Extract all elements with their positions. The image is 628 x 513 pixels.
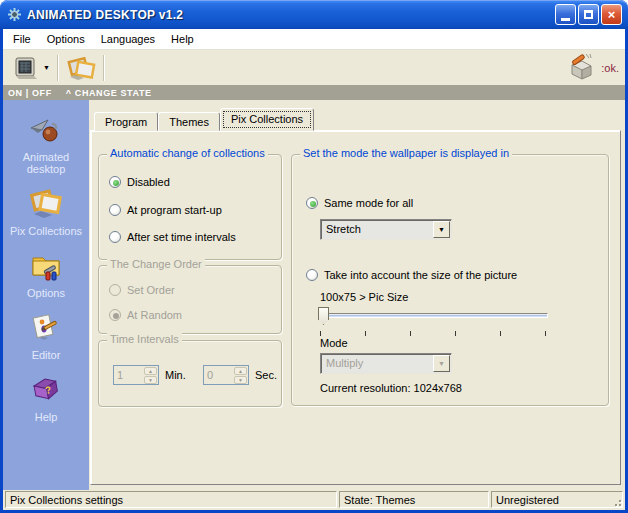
- seconds-label: Sec.: [255, 369, 277, 381]
- group-title: Set the mode the wallpaper is displayed …: [300, 147, 512, 159]
- combo-arrow-icon: ▼: [433, 355, 450, 372]
- tab-pix-collections[interactable]: Pix Collections: [220, 108, 314, 131]
- pic-size-label: 100x75 > Pic Size: [320, 291, 408, 303]
- editor-icon: [28, 310, 64, 346]
- pix-collections-button[interactable]: [64, 52, 98, 84]
- sidebar-item-editor[interactable]: Editor: [6, 310, 86, 361]
- multiply-mode-select: Multiply ▼: [320, 353, 452, 374]
- chevron-down-icon: ▼: [43, 64, 50, 71]
- seconds-value: 0: [204, 366, 233, 384]
- toolbar-separator: [57, 55, 59, 81]
- status-section-state: State: Themes: [339, 491, 489, 508]
- close-icon: ×: [608, 8, 616, 21]
- pix-collections-tab-panel: Automatic change of collections Disabled…: [90, 130, 621, 485]
- slider-ticks: [320, 331, 546, 336]
- spin-up-icon: ▲: [144, 367, 157, 375]
- auto-change-group: Automatic change of collections Disabled…: [98, 154, 282, 260]
- tab-themes[interactable]: Themes: [158, 112, 220, 131]
- status-section-settings: Pix Collections settings: [5, 491, 337, 508]
- sidebar-item-label: Options: [27, 287, 65, 299]
- radio-same-mode[interactable]: Same mode for all: [306, 197, 413, 209]
- radio-at-random: At Random: [109, 309, 182, 321]
- radio-disabled[interactable]: Disabled: [109, 176, 170, 188]
- title-bar[interactable]: ANIMATED DESKTOP v1.2 ×: [0, 0, 628, 29]
- group-title: Time Intervals: [107, 333, 182, 345]
- content-area: Program Themes Pix Collections Automatic…: [89, 100, 625, 490]
- window-title: ANIMATED DESKTOP v1.2: [27, 8, 555, 22]
- minutes-stepper: 1 ▲ ▼: [113, 365, 159, 385]
- radio-time-intervals[interactable]: After set time intervals: [109, 231, 236, 243]
- display-mode-group: Set the mode the wallpaper is displayed …: [291, 154, 609, 406]
- stretch-mode-select[interactable]: Stretch ▼: [320, 219, 452, 240]
- menu-bar: File Options Languages Help: [3, 29, 625, 50]
- minutes-label: Min.: [165, 369, 186, 381]
- maximize-icon: [584, 10, 593, 19]
- sidebar-item-help[interactable]: ? Help: [6, 372, 86, 423]
- group-title: Automatic change of collections: [107, 147, 268, 159]
- monitor-cube-icon: [11, 54, 39, 82]
- spin-down-icon: ▼: [234, 376, 247, 384]
- pic-size-slider[interactable]: [318, 307, 548, 329]
- minimize-icon: [561, 18, 570, 21]
- app-window: ANIMATED DESKTOP v1.2 × File Options Lan…: [0, 0, 628, 513]
- menu-file[interactable]: File: [5, 30, 39, 48]
- sidebar-item-label: Editor: [32, 349, 61, 361]
- animated-desktop-icon: [28, 112, 64, 148]
- menu-help[interactable]: Help: [163, 30, 202, 48]
- maximize-button[interactable]: [578, 4, 599, 25]
- sidebar-item-options[interactable]: Options: [6, 248, 86, 299]
- radio-button-icon: [306, 197, 318, 209]
- radio-at-startup[interactable]: At program start-up: [109, 204, 222, 216]
- menu-options[interactable]: Options: [39, 30, 93, 48]
- toolbar-separator: [103, 55, 105, 81]
- close-button[interactable]: ×: [601, 4, 622, 25]
- mode-label: Mode: [320, 337, 348, 349]
- resize-grip[interactable]: [611, 496, 621, 506]
- group-title: The Change Order: [107, 258, 205, 270]
- minimize-button[interactable]: [555, 4, 576, 25]
- sidebar-item-label: Pix Collections: [10, 225, 82, 237]
- radio-button-icon: [109, 204, 121, 216]
- slider-track[interactable]: [318, 313, 548, 318]
- spin-up-icon: ▲: [234, 367, 247, 375]
- sidebar: Animated desktop Pix Collections: [3, 100, 89, 490]
- tab-strip: Program Themes Pix Collections: [90, 107, 621, 130]
- status-box-icon: [564, 52, 598, 84]
- sidebar-item-label: Animated desktop: [6, 151, 86, 175]
- desktop-toggle-button[interactable]: ▼: [9, 52, 52, 84]
- change-state-label[interactable]: ^ CHANGE STATE: [66, 88, 152, 98]
- radio-button-icon: [109, 284, 121, 296]
- options-icon: [28, 248, 64, 284]
- on-off-label[interactable]: ON | OFF: [8, 88, 52, 98]
- time-intervals-group: Time Intervals 1 ▲ ▼ Min. 0: [98, 340, 282, 407]
- status-bar: Pix Collections settings State: Themes U…: [3, 490, 625, 510]
- seconds-stepper: 0 ▲ ▼: [203, 365, 249, 385]
- selected-mode: Stretch: [321, 220, 432, 239]
- radio-button-icon: [109, 176, 121, 188]
- slider-thumb[interactable]: [318, 307, 329, 325]
- tab-program[interactable]: Program: [94, 112, 158, 131]
- state-strip: ON | OFF ^ CHANGE STATE: [3, 85, 625, 100]
- sidebar-item-animated-desktop[interactable]: Animated desktop: [6, 112, 86, 175]
- menu-languages[interactable]: Languages: [93, 30, 163, 48]
- pix-collections-icon: [28, 186, 64, 222]
- radio-button-icon: [306, 269, 318, 281]
- sidebar-item-label: Help: [35, 411, 58, 423]
- resolution-label: Current resolution: 1024x768: [320, 382, 462, 394]
- status-section-registration: Unregistered: [491, 491, 623, 508]
- sidebar-item-pix-collections[interactable]: Pix Collections: [6, 186, 86, 237]
- toolbar: ▼ :ok.: [3, 50, 625, 85]
- help-icon: ?: [28, 372, 64, 408]
- radio-set-order: Set Order: [109, 284, 175, 296]
- change-order-group: The Change Order Set Order At Random: [98, 265, 282, 334]
- combo-arrow-icon[interactable]: ▼: [433, 221, 450, 238]
- selected-mode: Multiply: [321, 354, 432, 373]
- picture-frames-icon: [66, 54, 96, 82]
- status-ok-text: :ok.: [601, 62, 619, 74]
- minutes-value: 1: [114, 366, 143, 384]
- radio-button-icon: [109, 309, 121, 321]
- app-logo-icon: [6, 6, 23, 23]
- spin-down-icon: ▼: [144, 376, 157, 384]
- radio-picture-size[interactable]: Take into account the size of the pictur…: [306, 269, 517, 281]
- radio-button-icon: [109, 231, 121, 243]
